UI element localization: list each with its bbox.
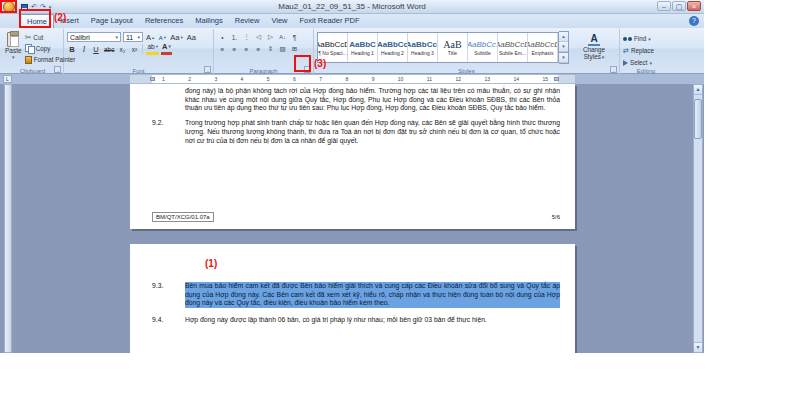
borders-button[interactable]: ⊞ (289, 44, 300, 55)
tab-review[interactable]: Review (229, 14, 266, 28)
style-item-no-spacing[interactable]: AaBbCcD ¶ No Spaci... (318, 33, 348, 62)
replace-button[interactable]: ⇄ Replace (623, 46, 669, 55)
change-case-button[interactable]: Aa ▾ (169, 32, 183, 43)
scrollbar-thumb[interactable] (694, 99, 702, 139)
subscript-button[interactable]: x₂ (117, 44, 127, 55)
group-font: Calibri ▾ 11 ▾ A ▴ A ▾ Aa ▾ (64, 29, 214, 74)
select-icon (623, 60, 628, 66)
line-spacing-button[interactable]: ⇕ (265, 44, 276, 55)
selected-text[interactable]: Bên mua bảo hiểm cam kết đã được Bên bảo… (185, 282, 560, 308)
word-window: ↶ ↷ ▾ Mau2_01_22_09_51_35 - Microsoft Wo… (0, 0, 704, 353)
numbering-button[interactable]: 1. (229, 32, 240, 43)
bullets-button[interactable]: • (217, 32, 228, 43)
bold-button[interactable]: B (67, 44, 77, 55)
strikethrough-button[interactable]: abc (103, 44, 115, 55)
font-size-select[interactable]: 11 ▾ (123, 32, 143, 42)
tab-foxit-reader-pdf[interactable]: Foxit Reader PDF (294, 14, 366, 28)
document-page-1[interactable]: đồng này) là bộ phận không tách rời của … (130, 84, 575, 229)
change-styles-caret-icon: ▾ (602, 54, 605, 60)
change-case-caret-icon: ▾ (180, 33, 182, 43)
ruler-number: 6 (293, 76, 296, 82)
minimize-button[interactable]: – (657, 1, 671, 11)
cut-label: Cut (33, 34, 43, 41)
right-indent-marker[interactable] (554, 77, 559, 81)
select-button[interactable]: Select ▾ (623, 58, 669, 67)
scroll-up-icon[interactable]: ▲ (694, 85, 702, 95)
style-item-subtitle[interactable]: AaBbCc. Subtitle (468, 33, 498, 62)
section-text: Trong trường hợp phát sinh tranh chấp từ… (185, 119, 560, 145)
change-case-label: Aa (170, 33, 179, 43)
shading-button[interactable]: ▨ (277, 44, 288, 55)
align-right-button[interactable]: ≡ (241, 44, 252, 55)
change-styles-icon: A (588, 33, 599, 46)
show-hide-pilcrow-button[interactable]: ¶ (289, 32, 300, 43)
tab-stop-selector[interactable]: L (3, 75, 12, 83)
tab-mailings[interactable]: Mailings (189, 14, 229, 28)
style-item-heading-2[interactable]: AaBbCc Heading 2 (378, 33, 408, 62)
ruler-number: 15 (542, 76, 548, 82)
style-name: Subtle Em... (499, 50, 526, 56)
gallery-scroll-down-icon[interactable]: ▾ (559, 42, 568, 52)
close-button[interactable]: × (687, 1, 701, 11)
sort-button[interactable]: A↓ (277, 32, 288, 43)
decrease-indent-button[interactable]: ◁ (253, 32, 264, 43)
copy-icon (25, 44, 34, 53)
tab-page-layout[interactable]: Page Layout (85, 14, 139, 28)
document-page-2[interactable]: 9.3. Bên mua bảo hiểm cam kết đã được Bê… (130, 244, 575, 353)
clipboard-dialog-launcher[interactable]: ⌟ (54, 66, 61, 73)
align-center-button[interactable]: ≡ (229, 44, 240, 55)
font-name-select[interactable]: Calibri ▾ (67, 32, 121, 42)
style-item-title[interactable]: AaB Title (438, 33, 468, 62)
paragraph-continuation: đồng này) là bộ phận không tách rời của … (185, 87, 560, 113)
style-sample: AaBbCcI (408, 40, 438, 50)
styles-gallery: AaBbCcD ¶ No Spaci... AaBbC Heading 1 Aa… (317, 32, 559, 63)
gallery-scroll-up-icon[interactable]: ▴ (559, 32, 568, 42)
paste-button[interactable]: Paste ▾ (5, 31, 22, 64)
style-sample: AaBbCcD (528, 40, 558, 50)
change-styles-button[interactable]: A Change Styles ▾ (572, 31, 616, 64)
font-name-caret-icon: ▾ (115, 34, 118, 40)
group-clipboard: Paste ▾ ✂ Cut Copy Format Painter (2, 29, 64, 74)
italic-button[interactable]: I (79, 44, 89, 55)
footer-document-code: BM/QT/XCG/01.07a (152, 212, 214, 222)
section-text: Hợp đồng này được lập thành 06 bản, có g… (185, 316, 560, 325)
align-left-button[interactable]: ≡ (217, 44, 228, 55)
vertical-ruler[interactable] (4, 84, 12, 353)
find-button[interactable]: Find ▾ (623, 34, 669, 43)
section-number: 9.3. (152, 282, 185, 308)
paragraph-dialog-launcher[interactable]: ⌟ (304, 66, 311, 73)
help-icon[interactable]: ? (689, 16, 699, 26)
font-name-value: Calibri (70, 34, 90, 41)
text-highlight-button[interactable]: ab ▾ (146, 44, 159, 55)
footer-page-number: 5/6 (552, 214, 560, 220)
style-item-heading-3[interactable]: AaBbCcI Heading 3 (408, 33, 438, 62)
tab-insert[interactable]: Insert (54, 14, 85, 28)
section-9-2: 9.2. Trong trường hợp phát sinh tranh ch… (152, 119, 560, 145)
style-item-emphasis[interactable]: AaBbCcD Emphasis (528, 33, 558, 62)
vertical-scrollbar[interactable]: ▲ ▼ (693, 84, 703, 353)
style-item-heading-1[interactable]: AaBbC Heading 1 (348, 33, 378, 62)
scroll-down-icon[interactable]: ▼ (694, 342, 702, 352)
tab-view[interactable]: View (265, 14, 293, 28)
maximize-button[interactable]: ▢ (672, 1, 686, 11)
styles-dialog-launcher[interactable]: ⌟ (610, 66, 617, 73)
tab-home[interactable]: Home (20, 14, 54, 28)
tab-references[interactable]: References (139, 14, 189, 28)
ruler-number: 11 (427, 76, 432, 82)
font-dialog-launcher[interactable]: ⌟ (204, 66, 211, 73)
underline-button[interactable]: U (91, 44, 101, 55)
clear-formatting-button[interactable]: Aa (186, 32, 197, 43)
clear-formatting-label: Aa (187, 33, 196, 43)
multilevel-list-button[interactable]: ⋮ (241, 32, 252, 43)
increase-indent-button[interactable]: ▷ (265, 32, 276, 43)
style-item-subtle-emphasis[interactable]: AaBbCcD Subtle Em... (498, 33, 528, 62)
style-sample: AaBbCc. (468, 40, 498, 50)
horizontal-ruler[interactable]: L 1 2 3 4 5 6 7 8 9 10 11 12 13 14 15 (0, 74, 704, 84)
superscript-button[interactable]: x² (129, 44, 139, 55)
justify-button[interactable]: ≡ (253, 44, 264, 55)
gallery-more-icon[interactable]: ▾ (559, 52, 568, 63)
font-color-button[interactable]: A ▾ (161, 44, 172, 55)
highlight-caret-icon: ▾ (156, 42, 158, 52)
ruler-number: 9 (372, 76, 375, 82)
left-indent-marker[interactable] (150, 77, 155, 81)
